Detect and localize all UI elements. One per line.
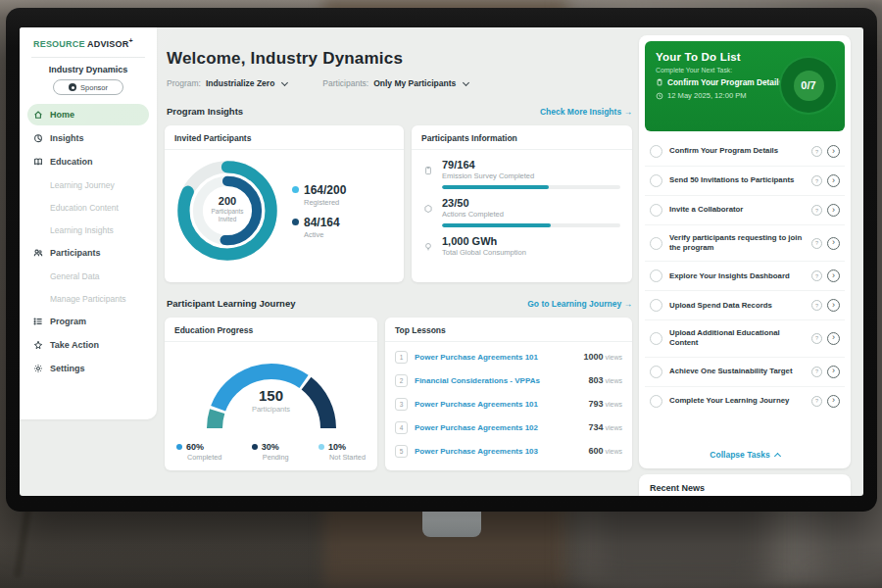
task-chevron-button[interactable]: ›	[827, 174, 840, 187]
task-row: Explore Your Insights Dashboard ? ›	[645, 262, 845, 291]
gauge-chart: 150 Participants	[193, 346, 350, 436]
task-chevron-button[interactable]: ›	[827, 395, 840, 408]
participants-icon	[33, 248, 43, 258]
task-chevron-button[interactable]: ›	[827, 145, 840, 158]
registered-label: Registered	[304, 198, 346, 207]
task-checkbox[interactable]	[650, 332, 662, 345]
app-logo: RESOURCE ADVISOR+	[20, 27, 157, 49]
sidebar-item-education-content[interactable]: Education Content	[27, 197, 149, 218]
sidebar-item-take-action[interactable]: Take Action	[27, 334, 149, 356]
legend-active: 84/164 Active	[292, 216, 346, 239]
emission-survey-value: 79/164	[442, 159, 620, 171]
go-to-learning-journey-link[interactable]: Go to Learning Journey →	[527, 299, 632, 309]
participants-filter-value: Only My Participants	[373, 78, 456, 88]
sidebar-item-label: Education Content	[50, 203, 119, 213]
sponsor-icon	[69, 83, 76, 91]
completed-dot-icon	[176, 444, 182, 450]
lesson-views: 600	[588, 446, 603, 456]
task-chevron-button[interactable]: ›	[827, 204, 840, 217]
task-checkbox[interactable]	[650, 270, 662, 282]
sidebar-item-general-data[interactable]: General Data	[27, 266, 149, 286]
sidebar-item-label: Learning Insights	[50, 225, 114, 235]
sidebar-item-learning-insights[interactable]: Learning Insights	[27, 220, 149, 240]
sidebar-item-label: General Data	[50, 271, 100, 281]
task-row: Upload Spend Data Records ? ›	[645, 291, 845, 320]
task-chevron-button[interactable]: ›	[827, 237, 840, 250]
lightbulb-icon	[423, 235, 435, 262]
lesson-link[interactable]: Power Purchase Agreements 101	[415, 353, 583, 362]
survey-icon	[423, 159, 435, 189]
task-checkbox[interactable]	[650, 395, 662, 408]
program-insights-header-row: Program Insights Check More Insights →	[167, 106, 632, 117]
info-icon[interactable]: ?	[811, 175, 822, 186]
global-consumption-label: Total Global Consumption	[442, 248, 620, 257]
task-checkbox[interactable]	[650, 237, 662, 250]
insights-icon	[33, 133, 43, 143]
lesson-row: 5 Power Purchase Agreements 103 600views	[385, 439, 632, 463]
info-icon[interactable]: ?	[811, 270, 822, 281]
legend-completed: 60% Completed	[176, 442, 221, 462]
info-icon[interactable]: ?	[811, 333, 822, 344]
emission-survey-progress-bar	[442, 185, 620, 189]
task-checkbox[interactable]	[650, 204, 662, 217]
arrow-right-icon: →	[624, 107, 633, 117]
task-chevron-button[interactable]: ›	[827, 332, 840, 345]
sponsor-label: Sponsor	[80, 83, 108, 92]
task-chevron-button[interactable]: ›	[827, 366, 840, 378]
lesson-link[interactable]: Power Purchase Agreements 102	[415, 423, 588, 432]
info-icon[interactable]: ?	[811, 238, 822, 249]
program-filter-dropdown[interactable]: Program: Industrialize Zero	[167, 78, 287, 88]
program-insights-title: Program Insights	[167, 106, 243, 117]
stat-emission-survey: 79/164 Emission Survey Completed	[423, 159, 620, 189]
collapse-tasks-link[interactable]: Collapse Tasks	[645, 443, 845, 463]
stat-global-consumption: 1,000 GWh Total Global Consumption	[423, 235, 620, 262]
participants-information-card: Participants Information 79/164 Emission…	[412, 125, 632, 282]
sidebar-item-manage-participants[interactable]: Manage Participants	[27, 288, 149, 309]
task-checkbox[interactable]	[650, 299, 662, 312]
info-icon[interactable]: ?	[811, 300, 822, 311]
sidebar-item-settings[interactable]: Settings	[27, 358, 149, 379]
task-checkbox[interactable]	[650, 366, 662, 378]
lesson-row: 4 Power Purchase Agreements 102 734views	[385, 416, 632, 439]
info-icon[interactable]: ?	[811, 367, 822, 377]
check-more-insights-link[interactable]: Check More Insights →	[540, 107, 632, 117]
top-lessons-card-title: Top Lessons	[385, 318, 632, 342]
sidebar-item-education[interactable]: Education	[27, 151, 149, 172]
lesson-link[interactable]: Power Purchase Agreements 103	[415, 447, 588, 456]
task-chevron-button[interactable]: ›	[827, 270, 840, 282]
participants-filter-dropdown[interactable]: Participants: Only My Participants	[322, 78, 468, 88]
task-checkbox[interactable]	[650, 174, 662, 187]
info-icon[interactable]: ?	[811, 205, 822, 216]
sidebar-item-program[interactable]: Program	[27, 311, 149, 332]
chevron-down-icon	[281, 78, 288, 85]
monitor-bezel: RESOURCE ADVISOR+ Industry Dynamics Spon…	[6, 8, 877, 512]
lesson-views: 734	[588, 422, 603, 432]
program-filter-label: Program:	[167, 78, 201, 88]
task-checkbox[interactable]	[650, 145, 662, 158]
lesson-rank-badge: 1	[395, 351, 408, 364]
lesson-link[interactable]: Financial Considerations - VPPAs	[415, 376, 588, 385]
lesson-rank-badge: 2	[395, 374, 408, 387]
sidebar-item-label: Education	[50, 157, 93, 167]
education-icon	[33, 157, 43, 167]
lesson-link[interactable]: Power Purchase Agreements 101	[415, 400, 588, 409]
pending-dot-icon	[252, 444, 258, 450]
sidebar-item-home[interactable]: Home	[27, 104, 149, 125]
sidebar-item-label: Program	[50, 317, 86, 326]
sponsor-badge[interactable]: Sponsor	[53, 79, 123, 95]
sidebar-item-participants[interactable]: Participants	[27, 242, 149, 264]
education-progress-card-title: Education Progress	[165, 318, 377, 342]
task-row: Send 50 Invitations to Participants ? ›	[645, 167, 845, 196]
task-row: Confirm Your Program Details ? ›	[645, 137, 845, 167]
todo-progress-value: 0/7	[794, 71, 824, 101]
sidebar-nav: Home Insights Education Learning Journey…	[20, 104, 157, 387]
logo-advisor: ADVISOR	[87, 39, 128, 49]
lesson-row: 3 Power Purchase Agreements 101 793views	[385, 392, 632, 416]
info-icon[interactable]: ?	[811, 146, 822, 157]
education-progress-card: Education Progress 150 Participants 60% …	[165, 318, 377, 470]
sidebar-item-learning-journey[interactable]: Learning Journey	[27, 174, 149, 195]
info-icon[interactable]: ?	[811, 396, 822, 407]
global-consumption-value: 1,000 GWh	[442, 235, 620, 247]
sidebar-item-insights[interactable]: Insights	[27, 127, 149, 149]
task-chevron-button[interactable]: ›	[827, 299, 840, 312]
